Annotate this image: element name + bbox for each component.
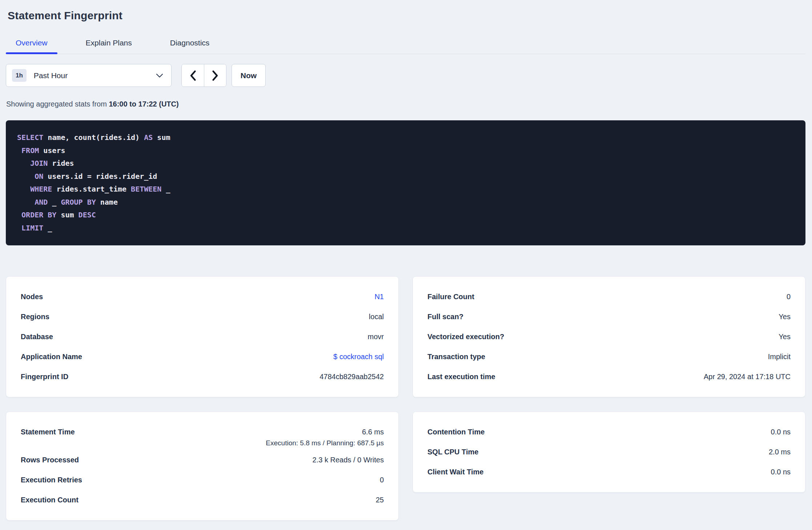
card-row-main: Databasemovr: [21, 327, 384, 347]
row-label: Execution Retries: [21, 476, 82, 484]
resource-wait-card: Contention Time0.0 nsSQL CPU Time2.0 msC…: [413, 411, 805, 493]
time-range-value: Past Hour: [34, 71, 149, 80]
time-range-badge: 1h: [12, 69, 27, 82]
card-row: Full scan?Yes: [427, 307, 791, 327]
chevron-down-icon: [156, 73, 163, 78]
sql-keyword: JOIN: [30, 159, 48, 168]
card-row-main: Execution Retries0: [21, 470, 384, 490]
time-interval-nav: [181, 64, 226, 87]
time-controls: 1h Past Hour Now: [6, 64, 805, 87]
card-row-main: Vectorized execution?Yes: [427, 327, 791, 347]
sql-text: rides.start_time: [52, 185, 131, 193]
chevron-right-icon: [212, 70, 218, 81]
sql-text: name, count(rides.id): [43, 133, 144, 142]
card-row-main: Application Name$ cockroach sql: [21, 347, 384, 367]
row-label: SQL CPU Time: [427, 448, 478, 456]
row-value: 0.0 ns: [771, 468, 791, 476]
card-row: Execution Count25: [21, 490, 384, 510]
card-row-main: Fingerprint ID4784cb829aab2542: [21, 367, 384, 387]
sql-keyword: GROUP BY: [61, 198, 96, 206]
application-name-link[interactable]: $ cockroach sql: [333, 353, 384, 361]
row-subvalue: Execution: 5.8 ms / Planning: 687.5 µs: [21, 439, 384, 450]
row-value: 0.0 ns: [771, 428, 791, 436]
sql-text: sum: [153, 133, 170, 142]
card-row-main: SQL CPU Time2.0 ms: [427, 442, 791, 462]
card-row-main: Regionslocal: [21, 307, 384, 327]
sql-line: ON users.id = rides.rider_id: [17, 170, 794, 183]
aggregation-note-prefix: Showing aggregated stats from: [6, 100, 107, 108]
tab-bar: OverviewExplain PlansDiagnostics: [6, 38, 805, 54]
tab-diagnostics[interactable]: Diagnostics: [160, 38, 220, 54]
card-row: Contention Time0.0 ns: [427, 422, 791, 442]
row-label: Regions: [21, 313, 49, 321]
sql-keyword: AND: [35, 198, 48, 206]
chevron-left-icon: [190, 70, 196, 81]
card-row-main: Execution Count25: [21, 490, 384, 510]
tab-overview[interactable]: Overview: [6, 38, 57, 54]
card-row: Rows Processed2.3 k Reads / 0 Writes: [21, 450, 384, 470]
row-label: Client Wait Time: [427, 468, 483, 476]
sql-keyword: AS: [144, 133, 153, 142]
time-range-dropdown[interactable]: 1h Past Hour: [6, 64, 172, 87]
row-label: Fingerprint ID: [21, 373, 68, 381]
row-value: Yes: [779, 333, 791, 341]
sql-text: _: [48, 198, 61, 206]
sql-keyword: LIMIT: [21, 224, 43, 232]
card-row-main: Contention Time0.0 ns: [427, 422, 791, 442]
row-value: Implicit: [768, 353, 791, 361]
next-interval-button[interactable]: [204, 64, 226, 87]
aggregated-range: 16:00 to 17:22 (UTC): [109, 100, 178, 108]
tab-explain-plans[interactable]: Explain Plans: [76, 38, 142, 54]
row-label: Application Name: [21, 353, 82, 361]
row-label: Vectorized execution?: [427, 333, 504, 341]
statement-fingerprint-page: Statement Fingerprint OverviewExplain Pl…: [0, 0, 812, 521]
card-row: Transaction typeImplicit: [427, 347, 791, 367]
card-row: NodesN1: [21, 287, 384, 307]
row-value: local: [369, 313, 384, 321]
sql-text: [17, 210, 21, 219]
card-row: Statement Time6.6 msExecution: 5.8 ms / …: [21, 422, 384, 450]
card-row: Vectorized execution?Yes: [427, 327, 791, 347]
sql-text: users: [39, 146, 65, 155]
row-label: Execution Count: [21, 496, 79, 504]
sql-text: rides: [48, 159, 74, 168]
page-title: Statement Fingerprint: [8, 9, 805, 22]
card-row: Application Name$ cockroach sql: [21, 347, 384, 367]
row-value: 0: [787, 293, 791, 301]
card-row: Execution Retries0: [21, 470, 384, 490]
card-row: SQL CPU Time2.0 ms: [427, 442, 791, 462]
sql-text: users.id = rides.rider_id: [43, 172, 157, 181]
sql-line: LIMIT _: [17, 222, 794, 235]
card-row: Client Wait Time0.0 ns: [427, 462, 791, 482]
statement-time-card: Statement Time6.6 msExecution: 5.8 ms / …: [6, 411, 399, 521]
card-row-main: Failure Count0: [427, 287, 791, 307]
sql-keyword: DESC: [79, 210, 96, 219]
sql-text: sum: [56, 210, 78, 219]
card-row-main: Full scan?Yes: [427, 307, 791, 327]
sql-keyword: WHERE: [30, 185, 52, 193]
card-row: Databasemovr: [21, 327, 384, 347]
row-value: 4784cb829aab2542: [319, 373, 384, 381]
row-value: 0: [380, 476, 384, 484]
sql-line: AND _ GROUP BY name: [17, 196, 794, 209]
card-row: Last execution timeApr 29, 2024 at 17:18…: [427, 367, 791, 387]
row-value: 2.0 ms: [769, 448, 791, 456]
sql-text: [17, 198, 35, 206]
row-label: Failure Count: [427, 293, 474, 301]
previous-interval-button[interactable]: [182, 64, 204, 87]
card-row: Fingerprint ID4784cb829aab2542: [21, 367, 384, 387]
card-row-main: Rows Processed2.3 k Reads / 0 Writes: [21, 450, 384, 470]
sql-line: JOIN rides: [17, 157, 794, 170]
sql-text: [17, 159, 30, 168]
row-label: Transaction type: [427, 353, 485, 361]
card-row: Failure Count0: [427, 287, 791, 307]
card-row-main: Client Wait Time0.0 ns: [427, 462, 791, 482]
sql-line: FROM users: [17, 144, 794, 157]
row-label: Statement Time: [21, 428, 75, 436]
node-n1-link[interactable]: N1: [374, 293, 384, 301]
aggregation-note: Showing aggregated stats from 16:00 to 1…: [6, 100, 805, 108]
row-label: Database: [21, 333, 53, 341]
row-label: Contention Time: [427, 428, 485, 436]
now-button[interactable]: Now: [232, 64, 266, 87]
row-label: Full scan?: [427, 313, 463, 321]
